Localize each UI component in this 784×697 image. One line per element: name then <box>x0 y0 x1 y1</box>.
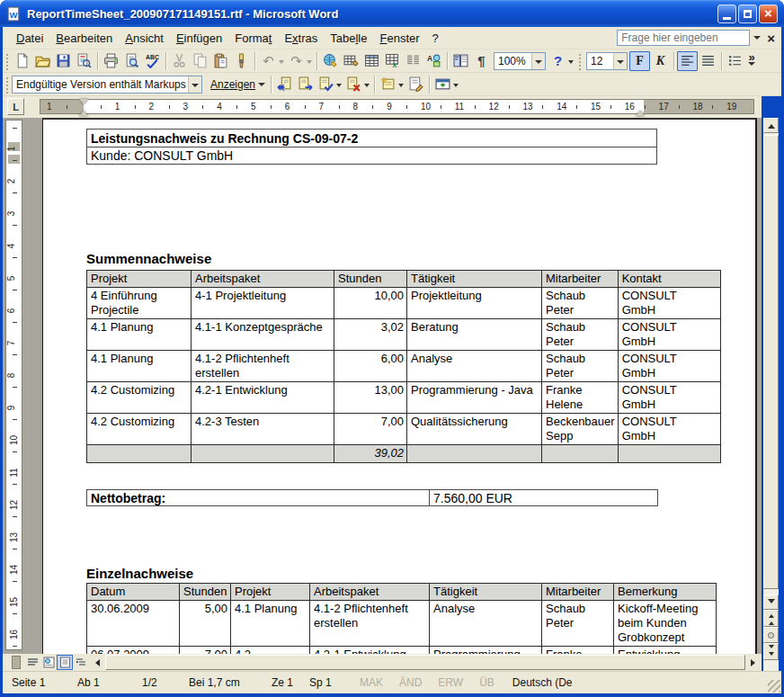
status-indicator-üb[interactable]: ÜB <box>479 676 494 689</box>
scroll-up-button[interactable] <box>763 118 779 133</box>
normal-view-button[interactable] <box>24 655 40 670</box>
menu-item-ansicht[interactable]: Ansicht <box>119 29 170 48</box>
redo-dropdown-icon[interactable] <box>307 60 312 67</box>
left-indent-marker[interactable] <box>79 106 88 116</box>
tab-selector-button[interactable]: L <box>7 98 24 115</box>
undo-dropdown-icon[interactable] <box>279 60 284 67</box>
tables-and-borders-button[interactable] <box>341 51 361 71</box>
menu-item-datei[interactable]: Datei <box>10 29 49 48</box>
reject-change-button[interactable] <box>343 75 364 94</box>
maximize-button[interactable] <box>738 4 757 23</box>
paste-button[interactable] <box>210 51 231 71</box>
right-indent-marker[interactable] <box>636 106 645 116</box>
scroll-down-button[interactable] <box>763 594 779 610</box>
minimize-button[interactable] <box>717 4 736 23</box>
reviewing-pane-dropdown-icon[interactable] <box>453 84 459 90</box>
align-justify-button[interactable] <box>698 51 718 71</box>
menu-item-extras[interactable]: Extras <box>278 29 324 48</box>
print-layout-view-button[interactable] <box>57 655 73 670</box>
resize-grip-icon[interactable] <box>768 680 780 693</box>
menu-item-tabelle[interactable]: Tabelle <box>324 29 373 48</box>
select-browse-object-button[interactable] <box>763 627 779 643</box>
markup-state-dropdown-icon[interactable] <box>188 76 201 93</box>
copy-button[interactable] <box>190 51 210 71</box>
status-indicator-erw[interactable]: ERW <box>438 676 463 689</box>
font-size-dropdown-icon[interactable] <box>613 53 627 69</box>
insert-hyperlink-button[interactable] <box>320 51 341 71</box>
accept-change-icon <box>318 76 334 92</box>
print-preview-button[interactable] <box>121 51 142 71</box>
toolbar-options-icon[interactable] <box>568 60 574 67</box>
ruler-number: 9 <box>6 406 16 411</box>
align-left-button[interactable] <box>677 51 698 71</box>
next-change-button[interactable] <box>295 75 316 94</box>
insert-excel-button[interactable]: X <box>382 51 403 71</box>
redo-button[interactable]: ↷ <box>286 51 307 71</box>
columns-button[interactable] <box>403 51 423 71</box>
zoom-combo[interactable]: 100% <box>494 52 546 70</box>
document-map-button[interactable] <box>450 51 471 71</box>
status-indicator-änd[interactable]: ÄND <box>399 676 422 689</box>
toolbar-overflow-button[interactable]: » <box>748 53 755 69</box>
cut-button[interactable] <box>169 51 190 71</box>
status-fields: Seite 1Ab 11/2Bei 1,7 cmZe 1Sp 1 <box>3 676 343 689</box>
menu-item-?[interactable]: ? <box>426 29 445 48</box>
formatting-toolbar-grip[interactable] <box>577 52 582 70</box>
document-page[interactable]: Leistungsnachweis zu Rechnung CS-09-07-2… <box>42 118 757 654</box>
search-button[interactable] <box>74 51 94 71</box>
accept-change-button[interactable] <box>316 75 336 94</box>
spelling-button[interactable]: ABC <box>142 51 163 71</box>
menu-item-einfgen[interactable]: Einfügen <box>170 29 228 48</box>
markup-state-combo[interactable]: Endgültige Version enthält Markups <box>12 76 202 94</box>
web-layout-view-button[interactable] <box>40 655 57 670</box>
ask-question-input[interactable] <box>617 30 750 46</box>
ask-dropdown-icon[interactable] <box>753 36 761 43</box>
menu-item-format[interactable]: Format <box>228 29 278 48</box>
language-field[interactable]: Deutsch (De <box>512 676 573 689</box>
reject-change-dropdown-icon[interactable] <box>364 84 370 90</box>
previous-change-button[interactable] <box>274 75 295 94</box>
vertical-scroll-thumb[interactable] <box>763 135 779 589</box>
zoom-dropdown-icon[interactable] <box>531 53 545 69</box>
new-document-button[interactable] <box>12 51 32 71</box>
menu-item-fenster[interactable]: Fenster <box>373 29 425 48</box>
toolbar-grip[interactable] <box>4 52 9 70</box>
ruler-number: 5 <box>251 102 256 112</box>
accept-change-dropdown-icon[interactable] <box>336 84 342 90</box>
reviewing-pane-button[interactable] <box>432 75 453 94</box>
ruler-tick <box>645 105 646 109</box>
reviewing-toolbar-grip[interactable] <box>4 76 9 94</box>
help-button[interactable]: ? <box>548 51 568 71</box>
new-comment-button[interactable] <box>378 75 398 94</box>
menu-item-bearbeiten[interactable]: Bearbeiten <box>49 29 119 48</box>
close-menubar-icon[interactable]: × <box>764 31 778 45</box>
track-changes-button[interactable] <box>405 75 426 94</box>
font-size-combo[interactable]: 12 <box>586 52 628 70</box>
close-button[interactable]: × <box>759 4 778 23</box>
status-indicator-mak[interactable]: MAK <box>360 676 383 689</box>
insert-table-button[interactable] <box>361 51 382 71</box>
vertical-scroll-track[interactable] <box>763 133 779 594</box>
new-comment-dropdown-icon[interactable] <box>398 84 404 90</box>
show-formatting-marks-button[interactable]: ¶ <box>471 51 492 71</box>
scroll-left-button[interactable] <box>89 655 104 670</box>
scroll-right-button[interactable] <box>746 655 762 670</box>
drawing-button[interactable]: A <box>423 51 444 71</box>
print-button[interactable] <box>101 51 121 71</box>
horizontal-ruler[interactable]: 112345678910111213141516171819 <box>40 99 754 114</box>
anzeigen-menu-button[interactable]: Anzeigen <box>208 78 268 91</box>
open-button[interactable] <box>32 51 53 71</box>
bold-button[interactable]: F <box>629 51 650 71</box>
vertical-ruler[interactable]: 12345678910111213141516 <box>5 120 22 650</box>
table-cell: 4.2-1 Entwicklung <box>310 647 430 655</box>
outline-view-button[interactable] <box>73 655 89 670</box>
save-button[interactable] <box>53 51 74 71</box>
italic-button[interactable]: K <box>650 51 671 71</box>
undo-button[interactable]: ↶ <box>258 51 279 71</box>
horizontal-scroll-thumb[interactable] <box>105 655 745 670</box>
bullets-button[interactable] <box>725 51 745 71</box>
vertical-scrollbar[interactable] <box>763 118 779 671</box>
format-painter-button[interactable] <box>231 51 252 71</box>
next-page-button[interactable] <box>763 643 779 660</box>
previous-page-button[interactable] <box>763 610 779 627</box>
